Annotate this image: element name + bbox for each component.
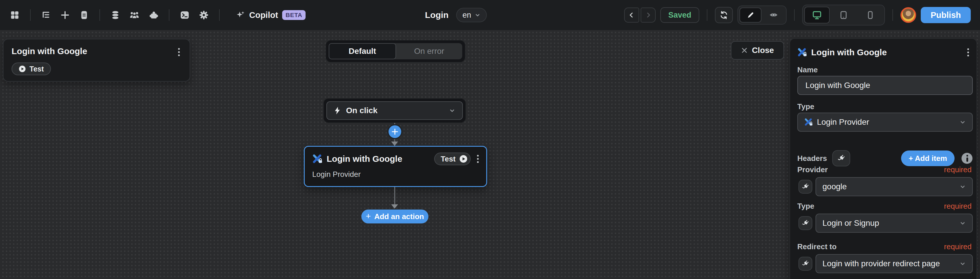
action-test-label: Test xyxy=(441,155,456,164)
type-select[interactable]: Login Provider xyxy=(797,113,973,132)
bind-plug-icon[interactable] xyxy=(799,216,812,230)
pages-icon[interactable] xyxy=(78,8,91,22)
bind-plug-icon[interactable] xyxy=(799,257,812,271)
branch-tabs: Default On error xyxy=(326,40,465,62)
redo-forward-button[interactable] xyxy=(641,8,655,22)
user-avatar[interactable] xyxy=(900,7,916,23)
close-label: Close xyxy=(752,46,774,55)
chevron-down-icon xyxy=(959,183,966,190)
info-icon[interactable] xyxy=(961,153,972,164)
redirect-label: Redirect to xyxy=(797,242,837,251)
sparkle-icon xyxy=(236,10,245,20)
publish-label: Publish xyxy=(931,10,961,20)
auth-type-value: Login or Signup xyxy=(822,218,879,228)
users-icon[interactable] xyxy=(128,8,141,22)
topbar-divider xyxy=(794,9,795,21)
redirect-value: Login with provider redirect page xyxy=(822,259,940,268)
add-action-button[interactable]: + Add an action xyxy=(361,210,428,223)
topbar: Copilot BETA Login en xyxy=(0,0,980,30)
mobile-view-button[interactable] xyxy=(858,6,883,24)
desktop-view-button[interactable] xyxy=(804,6,830,24)
apps-grid-icon[interactable] xyxy=(8,8,21,22)
provider-select[interactable]: google xyxy=(816,177,973,196)
connector-line xyxy=(394,187,395,205)
history-nav xyxy=(624,8,655,22)
settings-gear-icon[interactable] xyxy=(197,8,210,22)
topbar-divider xyxy=(30,9,31,21)
trigger-label: On click xyxy=(346,106,377,115)
data-sources-icon[interactable] xyxy=(109,8,122,22)
topbar-left-tools: Copilot BETA xyxy=(8,8,305,22)
name-label: Name xyxy=(797,65,818,74)
topbar-divider xyxy=(169,9,169,21)
dev-console-icon[interactable] xyxy=(178,8,191,22)
action-node-login-with-google[interactable]: Login with Google Test Login Provider xyxy=(304,146,487,187)
preview-mode-button[interactable] xyxy=(763,8,784,22)
provider-label: Provider xyxy=(797,165,828,174)
redirect-label-row: Redirect to required xyxy=(797,242,972,251)
layers-tree-icon[interactable] xyxy=(39,8,52,22)
insert-action-button[interactable] xyxy=(387,124,402,139)
add-element-icon[interactable] xyxy=(58,8,72,22)
save-status-badge: Saved xyxy=(660,7,700,23)
tab-on-error[interactable]: On error xyxy=(396,43,462,59)
workflow-summary-card[interactable]: Login with Google Test xyxy=(3,39,190,81)
phone-icon xyxy=(865,10,875,20)
redirect-required-badge: required xyxy=(944,242,972,251)
add-item-label: + Add item xyxy=(908,154,947,163)
action-test-button[interactable]: Test xyxy=(434,153,471,165)
bind-plug-icon[interactable] xyxy=(799,180,812,194)
auth-type-select[interactable]: Login or Signup xyxy=(816,214,973,233)
type-value: Login Provider xyxy=(817,118,869,127)
workflow-test-label: Test xyxy=(30,65,44,73)
topbar-divider xyxy=(219,9,220,21)
chevron-down-icon xyxy=(959,119,966,125)
plugins-icon[interactable] xyxy=(147,8,160,22)
name-input[interactable] xyxy=(797,76,973,95)
xano-auth-icon xyxy=(797,48,807,57)
close-button[interactable]: Close xyxy=(731,41,784,60)
workflow-card-header: Login with Google xyxy=(11,46,181,58)
edit-mode-button[interactable] xyxy=(740,8,762,22)
trigger-node[interactable]: On click xyxy=(323,98,466,123)
tablet-icon xyxy=(839,10,848,20)
play-circle-icon xyxy=(19,65,26,73)
eye-icon xyxy=(769,10,778,20)
tab-default[interactable]: Default xyxy=(329,43,396,59)
copilot-button[interactable]: Copilot BETA xyxy=(236,10,305,20)
tablet-view-button[interactable] xyxy=(831,6,856,24)
page-title: Login xyxy=(425,10,449,20)
headers-row: Headers + Add item xyxy=(797,150,972,167)
inspector-title: Login with Google xyxy=(811,48,887,57)
workflow-test-button[interactable]: Test xyxy=(11,62,51,75)
connector-arrowhead xyxy=(391,142,398,146)
connector-arrowhead xyxy=(391,204,398,209)
auth-type-label: Type xyxy=(797,202,815,211)
topbar-right: Saved xyxy=(624,5,971,26)
add-header-item-button[interactable]: + Add item xyxy=(901,150,955,166)
bind-plug-icon[interactable] xyxy=(832,150,850,166)
redirect-select[interactable]: Login with provider redirect page xyxy=(816,254,973,273)
topbar-center: Login en xyxy=(425,0,487,30)
chevron-down-icon xyxy=(475,12,480,18)
monitor-icon xyxy=(812,10,822,20)
mode-toggle xyxy=(737,5,787,25)
beta-badge: BETA xyxy=(282,10,306,20)
chevron-down-icon xyxy=(449,107,455,114)
kebab-menu-icon[interactable] xyxy=(177,46,181,58)
topbar-divider xyxy=(99,9,100,21)
language-selector[interactable]: en xyxy=(456,8,487,22)
kebab-menu-icon[interactable] xyxy=(966,46,971,58)
tab-on-error-label: On error xyxy=(414,46,444,56)
action-node-subtitle: Login Provider xyxy=(312,170,480,179)
kebab-menu-icon[interactable] xyxy=(475,153,480,165)
auth-type-required-badge: required xyxy=(944,202,972,211)
chevron-down-icon xyxy=(959,260,966,267)
sync-button[interactable] xyxy=(715,7,733,23)
close-icon xyxy=(741,47,748,54)
undo-back-button[interactable] xyxy=(624,8,639,22)
publish-button[interactable]: Publish xyxy=(921,7,971,23)
provider-required-badge: required xyxy=(944,165,972,174)
workflow-canvas[interactable]: Login with Google Test Default On error xyxy=(0,30,980,279)
auth-type-label-row: Type required xyxy=(797,202,972,211)
